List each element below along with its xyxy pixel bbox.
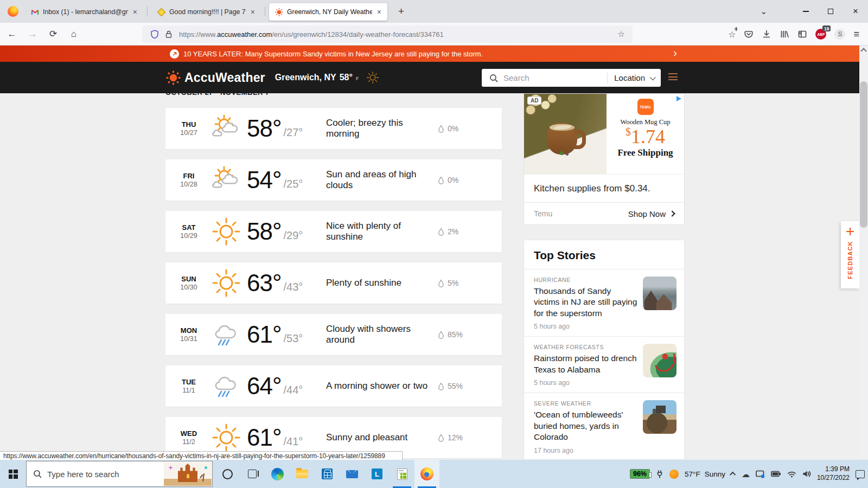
search-input[interactable] xyxy=(503,73,585,82)
close-button[interactable]: × xyxy=(843,0,868,23)
tab-close-icon[interactable]: × xyxy=(375,8,383,16)
partly-sunny-weather-icon xyxy=(209,164,244,196)
tab-close-icon[interactable]: × xyxy=(249,8,257,16)
adchoices-icon[interactable] xyxy=(676,96,681,101)
libreoffice-calc-button[interactable] xyxy=(390,460,414,488)
ad-creative[interactable]: TEMU Wooden Mug Cup $1.74 Free Shipping … xyxy=(524,94,684,174)
cortana-icon xyxy=(222,469,233,479)
home-button[interactable]: ⌂ xyxy=(65,26,82,42)
location-dropdown[interactable]: Location xyxy=(614,73,645,82)
task-view-icon xyxy=(248,470,257,478)
firefox-button[interactable] xyxy=(414,460,439,488)
tray-sun-icon[interactable] xyxy=(669,470,679,479)
file-explorer-button[interactable] xyxy=(290,460,315,488)
shop-now-button[interactable]: Shop Now xyxy=(628,209,674,219)
page-scrollbar[interactable] xyxy=(859,46,868,460)
forecast-day-row[interactable]: THU 10/27 58° /27° Cooler; breezy this m… xyxy=(165,108,502,149)
start-button[interactable] xyxy=(0,460,26,488)
address-bar[interactable]: https://www.accuweather.com/en/us/greenw… xyxy=(142,25,633,43)
list-all-tabs-icon[interactable]: ⌄ xyxy=(752,7,775,16)
taskbar-search[interactable] xyxy=(26,461,213,487)
taskbar-search-input[interactable] xyxy=(47,470,139,479)
adblock-badge: 19 xyxy=(822,25,831,31)
story-headline: 'Ocean of tumbleweeds' buried homes, yar… xyxy=(534,409,637,442)
top-story-item[interactable]: HURRICANE Thousands of Sandy victims in … xyxy=(524,269,684,336)
battery-icon[interactable] xyxy=(771,471,781,477)
droplet-icon xyxy=(438,331,444,339)
s-extension-icon[interactable]: S xyxy=(834,29,845,40)
tray-weather[interactable]: 57°FSunny xyxy=(685,470,725,478)
forecast-list: THU 10/27 58° /27° Cooler; breezy this m… xyxy=(165,108,502,460)
sidebar-icon[interactable] xyxy=(797,29,807,39)
tracking-shield-icon[interactable] xyxy=(150,29,159,39)
bookmarks-toolbar-icon[interactable]: ☆ xyxy=(728,29,736,40)
forecast-day-row[interactable]: MON 10/31 61° /53° Cloudy with showers a… xyxy=(165,314,502,355)
l-app-button[interactable]: L xyxy=(365,460,390,488)
scrollbar-thumb[interactable] xyxy=(860,81,867,228)
tab-gmail[interactable]: Inbox (1) - lemarchaland@gmai × xyxy=(25,3,143,21)
site-menu-icon[interactable] xyxy=(668,73,678,80)
top-story-item[interactable]: WEATHER FORECASTS Rainstorm poised to dr… xyxy=(524,336,684,393)
wifi-icon[interactable] xyxy=(787,471,796,478)
mail-button[interactable] xyxy=(340,460,365,488)
current-conditions[interactable]: Greenwich, NY 58° F xyxy=(275,71,380,84)
showers-weather-icon xyxy=(209,370,244,402)
precip-indicator: 0% xyxy=(438,124,484,133)
forward-button[interactable]: → xyxy=(24,26,41,42)
app-menu-icon[interactable]: ≡ xyxy=(853,29,859,40)
forecast-day-row[interactable]: SAT 10/29 58° /29° Nice with plenty of s… xyxy=(165,211,502,252)
story-category: SEVERE WEATHER xyxy=(534,400,637,407)
minimize-button[interactable] xyxy=(793,0,818,23)
battery-percent-badge[interactable]: 96% xyxy=(630,469,650,479)
forecast-day-row[interactable]: TUE 11/1 64° /44° A morning shower or tw… xyxy=(165,365,502,407)
cast-icon[interactable] xyxy=(756,470,765,478)
tab-accuweather-active[interactable]: Greenwich, NY Daily Weather | A × xyxy=(269,3,387,21)
volume-icon[interactable] xyxy=(802,470,811,478)
banner-chevron-icon[interactable]: › xyxy=(673,47,677,58)
library-icon[interactable] xyxy=(780,29,789,39)
ad-advertiser: Temu xyxy=(534,209,552,218)
store-button[interactable] xyxy=(315,460,340,488)
adblock-plus-icon[interactable]: ABP 19 xyxy=(815,29,826,40)
bookmark-star-icon[interactable]: ☆ xyxy=(616,29,627,39)
pocket-icon[interactable] xyxy=(744,29,754,39)
reload-button[interactable]: ⟳ xyxy=(44,26,62,42)
site-search-bar[interactable]: Location xyxy=(482,69,661,87)
top-story-item[interactable]: SEVERE WEATHER 'Ocean of tumbleweeds' bu… xyxy=(524,393,684,460)
scroll-up-icon[interactable] xyxy=(860,48,866,54)
folder-icon xyxy=(296,470,308,478)
restore-button[interactable] xyxy=(818,0,843,23)
low-temp: /25° xyxy=(284,178,303,190)
task-view-button[interactable] xyxy=(240,460,265,488)
windows-taskbar: L 96% 57°FSunny ☁ 1:39 PM10/27/2022 xyxy=(0,460,868,488)
taskbar-clock[interactable]: 1:39 PM10/27/2022 xyxy=(817,465,850,482)
firefox-icon xyxy=(420,467,433,480)
feedback-tab[interactable]: FEEDBACK xyxy=(841,221,859,288)
ad-headline[interactable]: Kitchen supplies from $0.34. xyxy=(524,174,684,202)
action-center-icon[interactable] xyxy=(856,470,865,478)
browser-titlebar: Inbox (1) - lemarchaland@gmai × Good mor… xyxy=(0,0,868,23)
back-button[interactable]: ← xyxy=(3,26,21,42)
lock-icon[interactable] xyxy=(164,29,174,39)
tab-good-morning[interactable]: Good morning!!!! | Page 7903 - T × xyxy=(151,3,261,21)
forecast-day-row[interactable]: SUN 10/30 63° /43° Plenty of sunshine 5% xyxy=(165,262,502,304)
onedrive-cloud-icon[interactable]: ☁ xyxy=(742,470,750,478)
precip-indicator: 0% xyxy=(438,176,484,184)
new-tab-button[interactable]: + xyxy=(394,4,409,18)
halloween-doodle[interactable] xyxy=(164,462,212,486)
breaking-news-banner[interactable]: 10 YEARS LATER: Many Superstorm Sandy vi… xyxy=(0,46,868,62)
windows-logo-icon xyxy=(9,470,18,479)
cortana-button[interactable] xyxy=(215,460,240,488)
hidden-icons-chevron[interactable] xyxy=(730,472,736,478)
edge-button[interactable] xyxy=(265,460,290,488)
accuweather-logo[interactable]: AccuWeather xyxy=(166,70,265,85)
chevron-down-icon xyxy=(650,74,656,80)
downloads-icon[interactable] xyxy=(762,29,771,39)
tab-close-icon[interactable]: × xyxy=(131,8,139,16)
forecast-day-row[interactable]: FRI 10/28 54° /25° Sun and areas of high… xyxy=(165,159,502,201)
day-date: 10/31 xyxy=(173,335,205,343)
partly-sunny-weather-icon xyxy=(209,113,244,144)
low-temp: /53° xyxy=(284,332,303,345)
sunny-weather-icon xyxy=(209,267,244,299)
page-content: OCTOBER 27 - NOVEMBER 7 THU 10/27 58° /2… xyxy=(0,93,859,460)
